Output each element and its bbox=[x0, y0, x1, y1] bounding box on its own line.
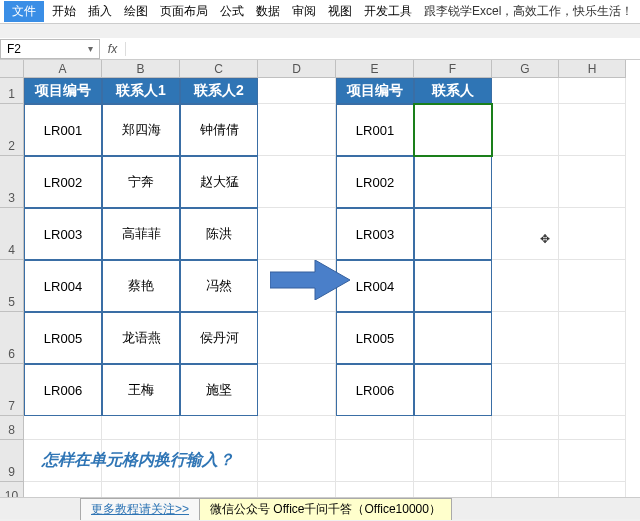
right-header-0[interactable]: 项目编号 bbox=[336, 78, 414, 104]
menu-layout[interactable]: 页面布局 bbox=[154, 1, 214, 22]
col-header-A[interactable]: A bbox=[24, 60, 102, 78]
menu-insert[interactable]: 插入 bbox=[82, 1, 118, 22]
row-header-8[interactable]: 8 bbox=[0, 416, 24, 440]
col-header-B[interactable]: B bbox=[102, 60, 180, 78]
cell-F9[interactable] bbox=[414, 440, 492, 482]
menu-file[interactable]: 文件 bbox=[4, 1, 44, 22]
left-cell-r4-c0[interactable]: LR005 bbox=[24, 312, 102, 364]
left-cell-r3-c1[interactable]: 蔡艳 bbox=[102, 260, 180, 312]
cell-D7[interactable] bbox=[258, 364, 336, 416]
cell-G3[interactable] bbox=[492, 156, 559, 208]
menu-home[interactable]: 开始 bbox=[46, 1, 82, 22]
right-cell-r1-c0[interactable]: LR002 bbox=[336, 156, 414, 208]
left-cell-r1-c1[interactable]: 宁奔 bbox=[102, 156, 180, 208]
menu-view[interactable]: 视图 bbox=[322, 1, 358, 22]
cell-G8[interactable] bbox=[492, 416, 559, 440]
cell-D3[interactable] bbox=[258, 156, 336, 208]
cell-D8[interactable] bbox=[258, 416, 336, 440]
left-header-2[interactable]: 联系人2 bbox=[180, 78, 258, 104]
row-header-4[interactable]: 4 bbox=[0, 208, 24, 260]
sheet-tab-active[interactable]: 微信公众号 Office千问千答（Office10000） bbox=[199, 498, 452, 520]
col-header-C[interactable]: C bbox=[180, 60, 258, 78]
menu-data[interactable]: 数据 bbox=[250, 1, 286, 22]
cell-H3[interactable] bbox=[559, 156, 626, 208]
cell-H7[interactable] bbox=[559, 364, 626, 416]
cell-H1[interactable] bbox=[559, 78, 626, 104]
col-header-D[interactable]: D bbox=[258, 60, 336, 78]
row-header-3[interactable]: 3 bbox=[0, 156, 24, 208]
cell-G1[interactable] bbox=[492, 78, 559, 104]
left-header-1[interactable]: 联系人1 bbox=[102, 78, 180, 104]
left-header-0[interactable]: 项目编号 bbox=[24, 78, 102, 104]
cell-H4[interactable] bbox=[559, 208, 626, 260]
cell-G5[interactable] bbox=[492, 260, 559, 312]
formula-input[interactable] bbox=[126, 39, 640, 59]
cell-D2[interactable] bbox=[258, 104, 336, 156]
right-cell-r2-c0[interactable]: LR003 bbox=[336, 208, 414, 260]
cell-E9[interactable] bbox=[336, 440, 414, 482]
menu-dev[interactable]: 开发工具 bbox=[358, 1, 418, 22]
cell-H9[interactable] bbox=[559, 440, 626, 482]
cell-F8[interactable] bbox=[414, 416, 492, 440]
left-cell-r1-c2[interactable]: 赵大猛 bbox=[180, 156, 258, 208]
left-cell-r1-c0[interactable]: LR002 bbox=[24, 156, 102, 208]
row-header-6[interactable]: 6 bbox=[0, 312, 24, 364]
left-cell-r0-c0[interactable]: LR001 bbox=[24, 104, 102, 156]
cell-H6[interactable] bbox=[559, 312, 626, 364]
sheet-tab-more[interactable]: 更多教程请关注>> bbox=[80, 498, 200, 520]
col-header-F[interactable]: F bbox=[414, 60, 492, 78]
cell-A8[interactable] bbox=[24, 416, 102, 440]
cell-H8[interactable] bbox=[559, 416, 626, 440]
left-cell-r4-c1[interactable]: 龙语燕 bbox=[102, 312, 180, 364]
left-cell-r2-c2[interactable]: 陈洪 bbox=[180, 208, 258, 260]
left-cell-r2-c1[interactable]: 高菲菲 bbox=[102, 208, 180, 260]
left-cell-r0-c2[interactable]: 钟倩倩 bbox=[180, 104, 258, 156]
left-cell-r5-c2[interactable]: 施坚 bbox=[180, 364, 258, 416]
cell-D6[interactable] bbox=[258, 312, 336, 364]
right-cell-r2-c1[interactable] bbox=[414, 208, 492, 260]
cell-C8[interactable] bbox=[180, 416, 258, 440]
cell-H5[interactable] bbox=[559, 260, 626, 312]
menu-review[interactable]: 审阅 bbox=[286, 1, 322, 22]
left-cell-r4-c2[interactable]: 侯丹河 bbox=[180, 312, 258, 364]
cell-E8[interactable] bbox=[336, 416, 414, 440]
select-all-corner[interactable] bbox=[0, 60, 24, 78]
cell-G7[interactable] bbox=[492, 364, 559, 416]
row-header-2[interactable]: 2 bbox=[0, 104, 24, 156]
right-cell-r1-c1[interactable] bbox=[414, 156, 492, 208]
row-header-9[interactable]: 9 bbox=[0, 440, 24, 482]
cell-B8[interactable] bbox=[102, 416, 180, 440]
right-cell-r0-c0[interactable]: LR001 bbox=[336, 104, 414, 156]
row-header-7[interactable]: 7 bbox=[0, 364, 24, 416]
col-header-E[interactable]: E bbox=[336, 60, 414, 78]
cell-D4[interactable] bbox=[258, 208, 336, 260]
cell-G6[interactable] bbox=[492, 312, 559, 364]
right-cell-r0-c1[interactable] bbox=[414, 104, 492, 156]
col-header-H[interactable]: H bbox=[559, 60, 626, 78]
right-header-1[interactable]: 联系人 bbox=[414, 78, 492, 104]
left-cell-r3-c2[interactable]: 冯然 bbox=[180, 260, 258, 312]
left-cell-r5-c1[interactable]: 王梅 bbox=[102, 364, 180, 416]
col-header-G[interactable]: G bbox=[492, 60, 559, 78]
right-cell-r5-c0[interactable]: LR006 bbox=[336, 364, 414, 416]
menu-draw[interactable]: 绘图 bbox=[118, 1, 154, 22]
row-header-5[interactable]: 5 bbox=[0, 260, 24, 312]
menu-formulas[interactable]: 公式 bbox=[214, 1, 250, 22]
cell-G2[interactable] bbox=[492, 104, 559, 156]
left-cell-r3-c0[interactable]: LR004 bbox=[24, 260, 102, 312]
fx-label[interactable]: fx bbox=[100, 42, 126, 56]
left-cell-r2-c0[interactable]: LR003 bbox=[24, 208, 102, 260]
right-cell-r3-c1[interactable] bbox=[414, 260, 492, 312]
cell-G9[interactable] bbox=[492, 440, 559, 482]
left-cell-r0-c1[interactable]: 郑四海 bbox=[102, 104, 180, 156]
right-cell-r4-c0[interactable]: LR005 bbox=[336, 312, 414, 364]
row-header-1[interactable]: 1 bbox=[0, 78, 24, 104]
right-cell-r5-c1[interactable] bbox=[414, 364, 492, 416]
cell-D1[interactable] bbox=[258, 78, 336, 104]
cell-H2[interactable] bbox=[559, 104, 626, 156]
left-cell-r5-c0[interactable]: LR006 bbox=[24, 364, 102, 416]
spreadsheet-grid[interactable]: ABCDEFGH 12345678910 项目编号联系人1联系人2LR001郑四… bbox=[0, 60, 640, 505]
right-cell-r4-c1[interactable] bbox=[414, 312, 492, 364]
name-box[interactable]: F2 ▾ bbox=[0, 39, 100, 59]
name-box-dropdown-icon[interactable]: ▾ bbox=[88, 43, 93, 54]
